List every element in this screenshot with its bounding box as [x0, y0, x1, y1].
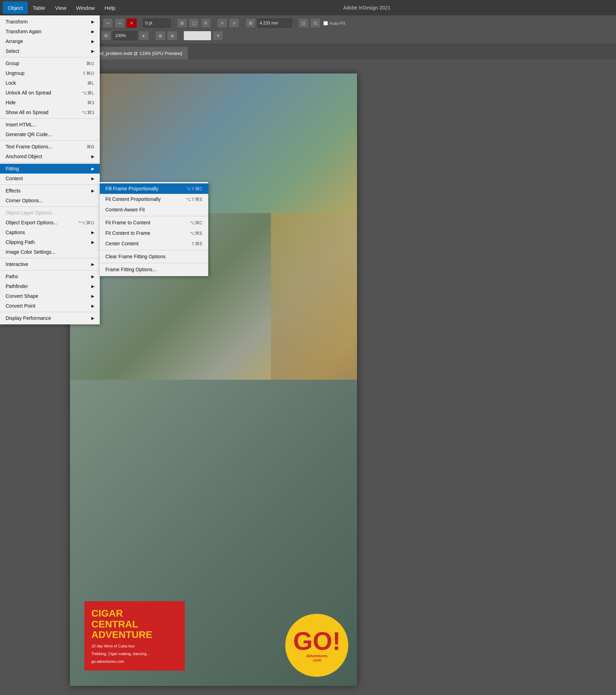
autofit-label: Auto-Fit [329, 21, 345, 26]
offset-input[interactable] [143, 19, 171, 28]
sep-9 [152, 31, 152, 40]
fitting-submenu: Fill Frame Proportionally ⌥⇧⌘C Fit Conte… [100, 182, 208, 276]
app-title: Adobe InDesign 2021 [120, 5, 613, 10]
autofit-container: Auto-Fit [323, 21, 345, 26]
menu-item-ungroup[interactable]: Ungroup ⇧⌘G [0, 68, 100, 78]
adventures-text: Adventures [306, 654, 328, 658]
dimension-input[interactable] [257, 19, 292, 28]
menu-item-interactive[interactable]: Interactive ▶ [0, 259, 100, 269]
submenu-fill-frame-proportionally[interactable]: Fill Frame Proportionally ⌥⇧⌘C [100, 183, 208, 194]
toolbar-frame[interactable]: ▢ [189, 18, 199, 28]
menu-item-transform-again[interactable]: Transform Again ▶ [0, 27, 100, 36]
color-swatch-2[interactable] [183, 31, 211, 41]
toolbar-arrow[interactable]: ⇦ [103, 18, 113, 28]
menu-item-select[interactable]: Select ▶ [0, 46, 100, 56]
menu-item-object-export-options[interactable]: Object Export Options... ^⌥⌘O [0, 218, 100, 227]
menu-item-show-all[interactable]: Show All on Spread ⌥⌘3 [0, 107, 100, 117]
toolbar-grid[interactable]: ⊞ [177, 18, 187, 28]
menu-item-convert-shape[interactable]: Convert Shape ▶ [0, 291, 100, 301]
menu-item-captions[interactable]: Captions ▶ [0, 227, 100, 237]
divider-5 [0, 184, 100, 185]
sep-10 [180, 31, 181, 40]
submenu-frame-fitting-options[interactable]: Frame Fitting Options... [100, 264, 208, 275]
arrow-icon: ▶ [91, 230, 94, 235]
cuba-lower: CIGARCENTRALADVENTURE 10 day West of Cub… [70, 380, 357, 686]
sep-3 [174, 19, 174, 27]
submenu-fit-content-to-frame[interactable]: Fit Content to Frame ⌥⌘E [100, 228, 208, 238]
arrow-icon: ▶ [91, 167, 94, 171]
menu-item-unlock-all[interactable]: Unlock All on Spread ⌥⌘L [0, 88, 100, 98]
menu-item-insert-html[interactable]: Insert HTML... [0, 120, 100, 129]
autofit-checkbox[interactable] [323, 21, 328, 26]
menu-help[interactable]: Help [100, 1, 120, 14]
cuba-cover: CUBA! CIGARCENTRALADVENTURE 10 day West … [70, 73, 357, 686]
toolbar-align-left[interactable]: ≡ [217, 18, 227, 28]
menu-item-generate-qr[interactable]: Generate QR Code... [0, 129, 100, 139]
menu-item-object-layer-options[interactable]: Object Layer Options... [0, 208, 100, 218]
toolbar-fx[interactable]: fx [201, 18, 211, 28]
menu-item-text-frame-options[interactable]: Text Frame Options... ⌘B [0, 142, 100, 152]
arrow-icon: ▶ [91, 240, 94, 245]
arrow-icon: ▶ [91, 274, 94, 279]
menu-item-content[interactable]: Content ▶ [0, 174, 100, 183]
menu-item-arrange[interactable]: Arrange ▶ [0, 36, 100, 46]
toolbar-dropdown-arrow[interactable]: ▾ [213, 31, 223, 41]
menu-item-clipping-path[interactable]: Clipping Path ▶ [0, 237, 100, 247]
menu-item-transform[interactable]: Transform ▶ [0, 17, 100, 27]
submenu-clear-frame-fitting[interactable]: Clear Frame Fitting Options [100, 251, 208, 262]
cigar-sub-1: 10 day West of Cuba tour [91, 644, 178, 648]
toolbar-align-center[interactable]: ≡ [229, 18, 239, 28]
dotcom-text: .com [313, 658, 322, 662]
toolbar-preview[interactable]: ✕ [126, 18, 137, 28]
menu-item-corner-options[interactable]: Corner Options... [0, 196, 100, 205]
menu-item-group[interactable]: Group ⌘G [0, 58, 100, 68]
arrow-icon: ▶ [91, 176, 94, 181]
menu-item-convert-point[interactable]: Convert Point ▶ [0, 301, 100, 311]
menu-item-paths[interactable]: Paths ▶ [0, 272, 100, 281]
sep-4 [214, 19, 214, 27]
submenu-fit-content-proportionally[interactable]: Fit Content Proportionally ⌥⇧⌘E [100, 194, 208, 204]
menu-item-fitting[interactable]: Fitting ▶ [0, 164, 100, 174]
arrow-icon: ▶ [91, 20, 94, 24]
divider-7 [0, 258, 100, 258]
menu-item-lock[interactable]: Lock ⌘L [0, 78, 100, 88]
menu-item-pathfinder[interactable]: Pathfinder ▶ [0, 281, 100, 291]
arrow-icon: ▶ [91, 284, 94, 289]
toolbar-b9[interactable]: ≣ [167, 31, 177, 41]
menu-view[interactable]: View [50, 1, 71, 14]
go-circle: GO! Adventures .com [285, 614, 348, 677]
submenu-divider-3 [100, 263, 208, 263]
submenu-content-aware-fit[interactable]: Content-Aware Fit [100, 204, 208, 215]
menu-table[interactable]: Table [28, 1, 50, 14]
cigar-sub-2: Trekking, Cigar making, dancing... [91, 652, 178, 656]
zoom-input[interactable] [113, 31, 137, 40]
arrow-icon: ▶ [91, 39, 94, 44]
submenu-center-content[interactable]: Center Content ⇧⌘E [100, 238, 208, 249]
menu-item-anchored-object[interactable]: Anchored Object ▶ [0, 152, 100, 161]
menu-item-hide[interactable]: Hide ⌘3 [0, 98, 100, 107]
divider-6 [0, 206, 100, 207]
menu-item-effects[interactable]: Effects ▶ [0, 186, 100, 196]
arrow-icon: ▶ [91, 304, 94, 308]
arrow-icon: ▶ [91, 189, 94, 193]
toolbar-b7[interactable]: ⊞ [101, 31, 111, 41]
arrow-icon: ▶ [91, 316, 94, 321]
menu-item-image-color-settings[interactable]: Image Color Settings... [0, 247, 100, 257]
toolbar-ref-point[interactable]: ⊞ [245, 18, 256, 28]
toolbar-b8[interactable]: ≣ [155, 31, 166, 41]
divider-3 [0, 140, 100, 141]
arrow-icon: ▶ [91, 294, 94, 299]
menu-object[interactable]: Object [3, 1, 28, 14]
divider-8 [0, 270, 100, 271]
toolbar-zoom-arrow[interactable]: ▸ [139, 31, 149, 41]
toolbar-arrow2[interactable]: ⇨ [114, 18, 125, 28]
go-text: GO! [293, 629, 341, 654]
toolbar-frame-3[interactable]: ⊡ [310, 18, 321, 28]
menu-item-display-performance[interactable]: Display Performance ▶ [0, 313, 100, 323]
cigar-sub-3: go-adventures.com [91, 659, 178, 664]
menu-window[interactable]: Window [71, 1, 99, 14]
menu-bar: Object Table View Window Help Adobe InDe… [0, 0, 616, 15]
divider-9 [0, 312, 100, 312]
toolbar-frame-2[interactable]: ⊡ [298, 18, 309, 28]
submenu-fit-frame-to-content[interactable]: Fit Frame to Content ⌥⌘C [100, 217, 208, 228]
